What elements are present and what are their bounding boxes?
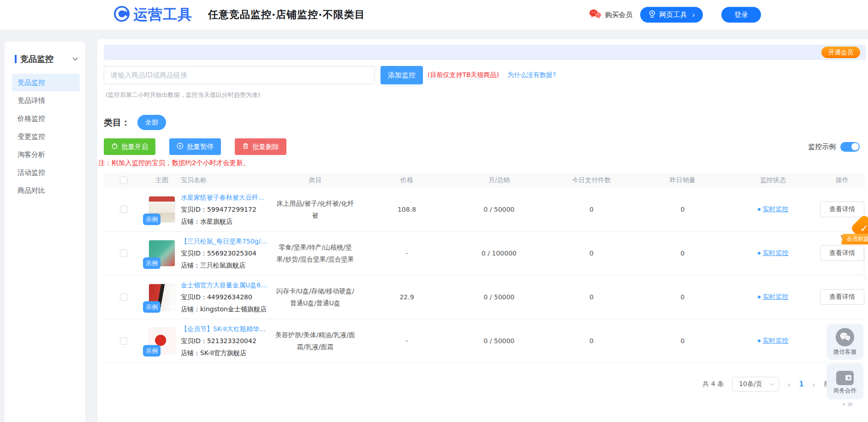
logo-text: 运营工具	[133, 5, 192, 24]
col-header-today-paid: 今日支付件数	[545, 176, 638, 184]
view-detail-button[interactable]: 查看详情	[820, 202, 864, 217]
yesterday-sales: 0	[638, 293, 727, 301]
promo-banner: 开通会员	[104, 45, 866, 60]
category-all-pill[interactable]: 全部	[137, 115, 166, 130]
why-no-data-link[interactable]: 为什么没有数据?	[507, 71, 556, 79]
accent-bar	[15, 55, 17, 63]
product-price: -	[361, 250, 453, 257]
product-category: 美容护肤/美体/精油/乳液/面霜/乳液/面霜	[270, 329, 361, 353]
add-monitor-button[interactable]: 添加监控	[380, 66, 423, 84]
product-title-link[interactable]: 金士顿官方大容量金属U盘64g高速...	[181, 279, 268, 291]
monitor-status[interactable]: 实时监控	[727, 293, 819, 301]
product-thumbnail[interactable]: 示例	[149, 284, 175, 310]
collapsed-panel-edge	[865, 243, 868, 278]
buy-membership-link[interactable]: 购买会员	[589, 9, 633, 21]
month-total-sales: 0 / 50000	[453, 337, 545, 345]
total-count: 共 4 条	[702, 380, 724, 388]
table-row: 示例 金士顿官方大容量金属U盘64g高速... 宝贝ID：44992634280…	[104, 275, 866, 319]
sidebar-item-price-monitoring[interactable]: 价格监控	[12, 110, 80, 127]
open-membership-button[interactable]: 开通会员	[821, 47, 860, 58]
membership-ribbon[interactable]: ✓ 会员权益	[843, 218, 868, 247]
sidebar-item-taoke-analysis[interactable]: 淘客分析	[12, 146, 80, 163]
monitor-example-label: 监控示例	[808, 143, 836, 151]
table-row: 示例 【会员节】SK-II大红瓶精华面霜提... 宝贝ID：5213233200…	[104, 319, 866, 363]
col-header-yesterday-sales: 昨日销量	[638, 176, 727, 184]
sidebar-item-change-monitoring[interactable]: 变更监控	[12, 128, 80, 145]
monitor-example-toggle[interactable]	[840, 142, 860, 152]
sidebar-group-competitor-monitoring[interactable]: 竞品监控	[5, 42, 85, 74]
business-coop-card[interactable]: 商务合作	[826, 363, 863, 399]
current-page[interactable]: 1	[799, 380, 803, 388]
collapse-widgets-button[interactable]: »	[843, 398, 853, 410]
sidebar: 竞品监控 竞品监控 竞品详情 价格监控 变更监控 淘客分析 活动监控 商品对比	[5, 42, 85, 422]
col-header-category: 类目	[270, 176, 361, 184]
batch-delete-button[interactable]: 批量删除	[235, 138, 286, 155]
web-tools-button[interactable]: 网页工具 ›	[640, 7, 703, 23]
wechat-icon	[589, 9, 605, 21]
page-size-value: 10条/页	[739, 380, 762, 388]
product-id: 宝贝ID：556923025304	[181, 247, 270, 259]
wechat-service-card[interactable]: 微信客服	[826, 324, 863, 360]
col-header-price: 价格	[361, 176, 453, 184]
col-header-status: 监控状态	[727, 176, 819, 184]
month-total-sales: 0 / 50000	[453, 206, 545, 213]
row-checkbox[interactable]	[120, 337, 127, 345]
business-coop-label: 商务合作	[833, 387, 856, 395]
row-checkbox[interactable]	[120, 293, 127, 301]
sidebar-group-title: 竞品监控	[20, 53, 73, 65]
main-panel: 开通会员 添加监控 (目前仅支持TB天猫商品) 为什么没有数据? (监控后第二小…	[97, 39, 868, 422]
monitor-status[interactable]: 实时监控	[727, 337, 819, 345]
webcam-icon	[648, 10, 656, 20]
today-paid-count: 0	[545, 337, 638, 345]
next-page-button[interactable]: ›	[812, 380, 815, 389]
table-row: 示例 水星家纺被子春秋被大豆纤维被夏... 宝贝ID：599477299172 …	[104, 188, 866, 232]
product-title-link[interactable]: 【会员节】SK-II大红瓶精华面霜提...	[181, 323, 268, 335]
table-header-row: 主图 宝贝名称 类目 价格 月/总销 今日支付件数 昨日销量 监控状态 操作	[104, 173, 866, 188]
row-checkbox[interactable]	[120, 250, 127, 257]
batch-start-button[interactable]: 批量开启	[104, 138, 155, 155]
wechat-service-label: 微信客服	[833, 348, 856, 356]
product-thumbnail[interactable]: 示例	[149, 196, 175, 223]
sidebar-item-product-compare[interactable]: 商品对比	[12, 182, 80, 199]
logo[interactable]: 运营工具	[113, 5, 192, 24]
row-checkbox[interactable]	[120, 206, 127, 213]
wechat-service-icon	[836, 328, 854, 346]
login-button[interactable]: 登录	[721, 7, 761, 23]
batch-start-label: 批量开启	[121, 143, 148, 151]
product-id: 宝贝ID：44992634280	[181, 291, 270, 303]
status-label: 实时监控	[763, 249, 789, 257]
chevron-down-icon	[770, 381, 775, 386]
select-all-checkbox[interactable]	[120, 177, 127, 184]
web-tools-label: 网页工具	[660, 11, 687, 19]
monitor-status[interactable]: 实时监控	[727, 249, 819, 257]
monitor-status[interactable]: 实时监控	[727, 205, 819, 214]
batch-pause-button[interactable]: 批量暂停	[169, 138, 221, 155]
view-detail-button[interactable]: 查看详情	[820, 245, 864, 261]
monitor-table: 主图 宝贝名称 类目 价格 月/总销 今日支付件数 昨日销量 监控状态 操作 示…	[104, 173, 866, 363]
prev-page-button[interactable]: ‹	[787, 380, 791, 389]
update-warning: 注：刚加入监控的宝贝，数据约2个小时才会更新。	[98, 159, 868, 167]
product-search-input[interactable]	[104, 66, 375, 84]
example-badge: 示例	[143, 257, 161, 269]
product-id: 宝贝ID：599477299172	[181, 203, 270, 215]
product-thumbnail[interactable]: 示例	[149, 327, 175, 354]
today-paid-count: 0	[545, 206, 638, 213]
view-detail-button[interactable]: 查看详情	[820, 289, 864, 305]
example-badge: 示例	[143, 345, 161, 357]
batch-pause-label: 批量暂停	[187, 143, 214, 151]
col-header-action: 操作	[819, 176, 866, 184]
col-header-name: 宝贝名称	[181, 176, 270, 184]
monitor-hint: (监控后第二小时开始出数据，监控当天值以分时趋势为准)	[106, 91, 868, 99]
product-shop: 店铺：kingston金士顿旗舰店	[181, 303, 270, 315]
product-shop: 店铺：SK-II官方旗舰店	[181, 347, 270, 359]
page-size-select[interactable]: 10条/页	[732, 377, 779, 392]
product-thumbnail[interactable]: 示例	[149, 240, 175, 267]
product-title-link[interactable]: 水星家纺被子春秋被大豆纤维被夏...	[181, 191, 268, 203]
sidebar-item-product-detail[interactable]: 竞品详情	[12, 92, 80, 109]
top-header: 运营工具 任意竞品监控·店铺监控·不限类目 购买会员	[0, 0, 868, 30]
sidebar-item-activity-monitoring[interactable]: 活动监控	[12, 164, 80, 181]
batch-delete-label: 批量删除	[252, 143, 279, 151]
support-note: (目前仅支持TB天猫商品)	[428, 71, 499, 79]
product-title-link[interactable]: 【三只松鼠_每日坚果750g/30包】...	[181, 235, 268, 247]
sidebar-item-competitor-monitoring[interactable]: 竞品监控	[12, 74, 80, 91]
